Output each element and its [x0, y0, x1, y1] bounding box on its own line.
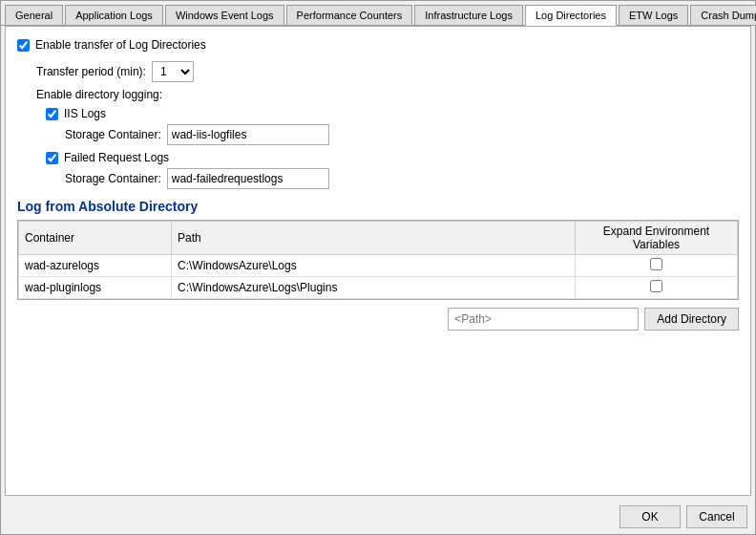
content-area: Enable transfer of Log Directories Trans…: [5, 26, 751, 496]
transfer-period-label: Transfer period (min):: [36, 65, 146, 78]
tab-etw-logs[interactable]: ETW Logs: [619, 5, 688, 25]
failed-storage-label: Storage Container:: [65, 172, 161, 185]
col-header-container: Container: [19, 222, 172, 255]
failed-storage-input[interactable]: [167, 168, 329, 189]
iis-storage-row: Storage Container:: [65, 124, 739, 145]
cell-path: C:\WindowsAzure\Logs\Plugins: [172, 277, 576, 299]
transfer-period-select[interactable]: 1 5 10 30 60: [152, 61, 194, 82]
enable-transfer-label: Enable transfer of Log Directories: [35, 38, 206, 52]
iis-logs-section: IIS Logs Storage Container:: [46, 107, 739, 145]
failed-request-row: Failed Request Logs: [46, 151, 739, 164]
table-row: wad-azurelogsC:\WindowsAzure\Logs: [19, 255, 738, 277]
tab-bar: General Application Logs Windows Event L…: [1, 1, 755, 26]
table-row: wad-pluginlogsC:\WindowsAzure\Logs\Plugi…: [19, 277, 738, 299]
add-directory-button[interactable]: Add Directory: [644, 308, 739, 331]
transfer-period-row: Transfer period (min): 1 5 10 30 60: [36, 61, 739, 82]
iis-logs-row: IIS Logs: [46, 107, 739, 120]
tab-windows-event-logs[interactable]: Windows Event Logs: [165, 5, 284, 25]
tab-infrastructure-logs[interactable]: Infrastructure Logs: [414, 5, 523, 25]
tab-performance-counters[interactable]: Performance Counters: [286, 5, 413, 25]
enable-dir-logging-label: Enable directory logging:: [36, 88, 739, 101]
cancel-button[interactable]: Cancel: [686, 505, 747, 528]
iis-logs-checkbox[interactable]: [46, 108, 58, 120]
footer: OK Cancel: [1, 500, 755, 534]
enable-transfer-row: Enable transfer of Log Directories: [17, 38, 739, 52]
tab-application-logs[interactable]: Application Logs: [65, 5, 163, 25]
cell-container: wad-pluginlogs: [19, 277, 172, 299]
abs-dir-title: Log from Absolute Directory: [17, 199, 739, 214]
col-header-path: Path: [172, 222, 576, 255]
failed-storage-row: Storage Container:: [65, 168, 739, 189]
main-window: General Application Logs Windows Event L…: [0, 0, 756, 535]
cell-path: C:\WindowsAzure\Logs: [172, 255, 576, 277]
failed-request-checkbox[interactable]: [46, 152, 58, 164]
tab-general[interactable]: General: [5, 5, 63, 25]
iis-storage-label: Storage Container:: [65, 128, 161, 141]
failed-request-label: Failed Request Logs: [64, 151, 169, 164]
col-header-expand: Expand Environment Variables: [576, 222, 738, 255]
path-row: Add Directory: [17, 308, 739, 331]
abs-dir-table: Container Path Expand Environment Variab…: [18, 221, 738, 299]
cell-container: wad-azurelogs: [19, 255, 172, 277]
expand-env-checkbox[interactable]: [650, 258, 662, 270]
path-input[interactable]: [448, 308, 639, 331]
tab-crash-dumps[interactable]: Crash Dumps: [690, 5, 756, 25]
abs-dir-table-container: Container Path Expand Environment Variab…: [17, 220, 739, 300]
ok-button[interactable]: OK: [620, 505, 681, 528]
expand-env-checkbox[interactable]: [650, 280, 662, 292]
cell-expand: [576, 277, 738, 299]
iis-logs-label: IIS Logs: [64, 107, 106, 120]
tab-log-directories[interactable]: Log Directories: [525, 5, 617, 26]
enable-transfer-checkbox[interactable]: [17, 39, 30, 52]
iis-storage-input[interactable]: [167, 124, 329, 145]
failed-request-section: Failed Request Logs Storage Container:: [46, 151, 739, 189]
cell-expand: [576, 255, 738, 277]
